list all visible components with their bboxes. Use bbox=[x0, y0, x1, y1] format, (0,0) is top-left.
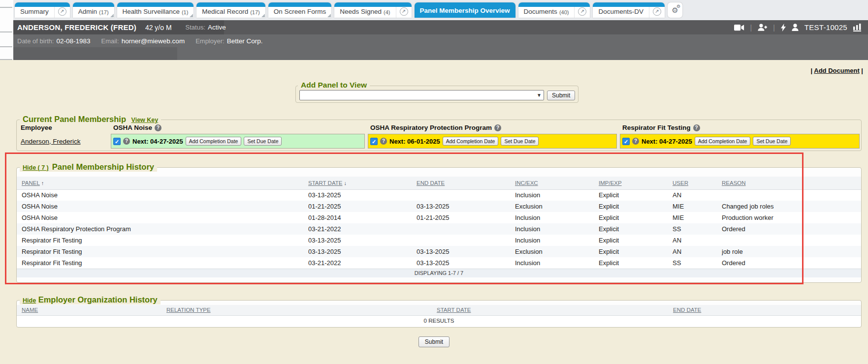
tab-popout-button[interactable]: ↗ bbox=[54, 7, 70, 18]
tab-medical-record[interactable]: Medical Record(17) bbox=[196, 2, 265, 18]
col-relation-type[interactable]: RELATION TYPE bbox=[166, 305, 437, 315]
cell-start: 03-13-2025 bbox=[308, 235, 417, 246]
col-reason[interactable]: REASON bbox=[722, 177, 861, 189]
tab-documents[interactable]: Documents(40) ↗ bbox=[518, 2, 590, 18]
col-start-date[interactable]: START DATE↓ bbox=[308, 177, 417, 189]
divider: | bbox=[750, 24, 752, 31]
col-user[interactable]: USER bbox=[673, 177, 722, 189]
col-end-date[interactable]: END DATE bbox=[673, 305, 861, 315]
respiratory-cell: ✓ ? Next: 06-01-2025 Add Completion Date… bbox=[368, 134, 617, 149]
cell-start: 03-21-2022 bbox=[308, 223, 417, 235]
history-row[interactable]: OSHA Noise01-21-202503-13-2025ExclusionE… bbox=[17, 201, 861, 212]
patient-name: ANDERSON, FREDERICK (FRED) bbox=[17, 23, 136, 31]
history-row[interactable]: Respirator Fit Testing03-21-202203-13-20… bbox=[17, 257, 861, 269]
video-camera-icon[interactable] bbox=[734, 24, 744, 31]
flowsheet-chart-icon[interactable] bbox=[853, 24, 861, 31]
col-inc-exc[interactable]: INC/EXC bbox=[515, 177, 599, 189]
set-due-date-button[interactable]: Set Due Date bbox=[753, 137, 791, 146]
tab-popout-button[interactable]: ↗ bbox=[574, 7, 590, 18]
member-checkbox[interactable]: ✓ bbox=[370, 138, 378, 145]
col-fit-testing-header: Respirator Fit Testing bbox=[622, 124, 691, 131]
patient-demographics-bar: Date of birth: 02-08-1983 Email: horner@… bbox=[13, 34, 868, 47]
next-due-date: Next: 04-27-2025 bbox=[132, 138, 183, 145]
left-edge-line bbox=[0, 7, 12, 8]
employer-history-title: Employer Organization History bbox=[38, 295, 158, 304]
col-respiratory-header: OSHA Respiratory Protection Program bbox=[370, 124, 492, 131]
cell-end bbox=[417, 223, 515, 235]
col-name[interactable]: NAME bbox=[17, 305, 166, 315]
help-icon[interactable]: ? bbox=[380, 138, 387, 145]
popout-icon: ↗ bbox=[400, 7, 408, 16]
cell-imp: Explicit bbox=[599, 212, 673, 223]
set-due-date-button[interactable]: Set Due Date bbox=[244, 137, 282, 146]
tab-needs-signed[interactable]: Needs Signed(4) ↗ bbox=[334, 2, 411, 18]
history-row[interactable]: OSHA Noise03-13-2025InclusionExplicitAN bbox=[17, 189, 861, 201]
cell-inc: Inclusion bbox=[515, 223, 599, 235]
add-completion-date-button[interactable]: Add Completion Date bbox=[186, 137, 242, 146]
cell-end bbox=[417, 189, 515, 201]
employer-history-fieldset: Hide Employer Organization History NAME … bbox=[16, 300, 862, 328]
cell-reason: Ordered bbox=[722, 257, 861, 269]
history-row[interactable]: Respirator Fit Testing03-13-202503-13-20… bbox=[17, 246, 861, 257]
cell-user: MIE bbox=[673, 212, 722, 223]
tab-admin[interactable]: Admin(17) bbox=[73, 2, 114, 18]
cell-imp: Explicit bbox=[599, 246, 673, 257]
hide-employer-link[interactable]: Hide bbox=[23, 297, 36, 304]
cell-imp: Explicit bbox=[599, 189, 673, 201]
add-completion-date-button[interactable]: Add Completion Date bbox=[443, 137, 499, 146]
tab-summary[interactable]: Summary ↗ bbox=[15, 2, 70, 18]
cell-imp: Explicit bbox=[599, 223, 673, 235]
col-end-date[interactable]: END DATE bbox=[417, 177, 515, 189]
hide-history-link[interactable]: Hide ( 7 ) bbox=[23, 164, 49, 171]
help-icon[interactable]: ? bbox=[155, 124, 161, 131]
person-icon[interactable] bbox=[792, 24, 799, 31]
member-checkbox[interactable]: ✓ bbox=[622, 138, 630, 145]
tab-count: (4) bbox=[384, 9, 390, 15]
cell-panel: Respirator Fit Testing bbox=[17, 246, 308, 257]
add-completion-date-button[interactable]: Add Completion Date bbox=[695, 137, 751, 146]
tab-settings-button[interactable]: ⚙ ⚙ bbox=[668, 2, 682, 18]
col-start-date[interactable]: START DATE bbox=[437, 305, 673, 315]
help-icon[interactable]: ? bbox=[693, 124, 700, 131]
tab-panel-membership-overview[interactable]: Panel Membership Overview bbox=[415, 2, 515, 18]
tab-popout-button[interactable]: ↗ bbox=[396, 7, 412, 18]
cell-user: SS bbox=[673, 257, 722, 269]
add-document-link[interactable]: Add Document bbox=[814, 67, 859, 74]
cell-end: 01-21-2025 bbox=[417, 212, 515, 223]
panel-select[interactable]: ▼ bbox=[299, 90, 544, 100]
popout-icon: ↗ bbox=[58, 7, 66, 16]
submit-button[interactable]: Submit bbox=[418, 336, 450, 347]
cell-panel: OSHA Noise bbox=[17, 201, 308, 212]
dropdown-fold-icon bbox=[327, 14, 331, 17]
status-value: Active bbox=[208, 24, 226, 31]
tab-health-surveillance[interactable]: Health Surveillance(1) bbox=[117, 2, 194, 18]
tab-label: Medical Record bbox=[202, 8, 248, 15]
tab-label: Admin bbox=[78, 8, 97, 15]
cell-reason bbox=[722, 189, 861, 201]
tab-documents-dv[interactable]: Documents-DV ↗ bbox=[593, 2, 665, 18]
add-panel-submit-button[interactable]: Submit bbox=[547, 91, 575, 100]
help-icon[interactable]: ? bbox=[123, 138, 130, 145]
history-row[interactable]: Respirator Fit Testing03-13-2025Inclusio… bbox=[17, 235, 861, 246]
form-submit-row: Submit bbox=[0, 336, 868, 347]
tab-popout-button[interactable]: ↗ bbox=[649, 7, 665, 18]
pipe: | bbox=[861, 67, 863, 74]
lightning-icon[interactable] bbox=[781, 24, 786, 31]
cell-reason: Changed job roles bbox=[722, 201, 861, 212]
history-row[interactable]: OSHA Respiratory Protection Program03-21… bbox=[17, 223, 861, 235]
tab-on-screen-forms[interactable]: On Screen Forms bbox=[268, 2, 332, 18]
member-checkbox[interactable]: ✓ bbox=[113, 138, 121, 145]
pipe: | bbox=[811, 67, 813, 74]
cell-start: 01-28-2014 bbox=[308, 212, 417, 223]
cell-panel: OSHA Noise bbox=[17, 212, 308, 223]
history-table: PANEL↑ START DATE↓ END DATE INC/EXC IMP/… bbox=[17, 177, 861, 277]
help-icon[interactable]: ? bbox=[494, 124, 501, 131]
help-icon[interactable]: ? bbox=[632, 138, 639, 145]
set-due-date-button[interactable]: Set Due Date bbox=[501, 137, 539, 146]
employee-link[interactable]: Anderson, Frederick bbox=[21, 138, 81, 145]
history-row[interactable]: OSHA Noise01-28-201401-21-2025InclusionE… bbox=[17, 212, 861, 223]
dropdown-fold-icon bbox=[110, 14, 114, 17]
add-person-icon[interactable] bbox=[758, 24, 767, 31]
col-imp-exp[interactable]: IMP/EXP bbox=[599, 177, 673, 189]
col-panel[interactable]: PANEL↑ bbox=[17, 177, 308, 189]
